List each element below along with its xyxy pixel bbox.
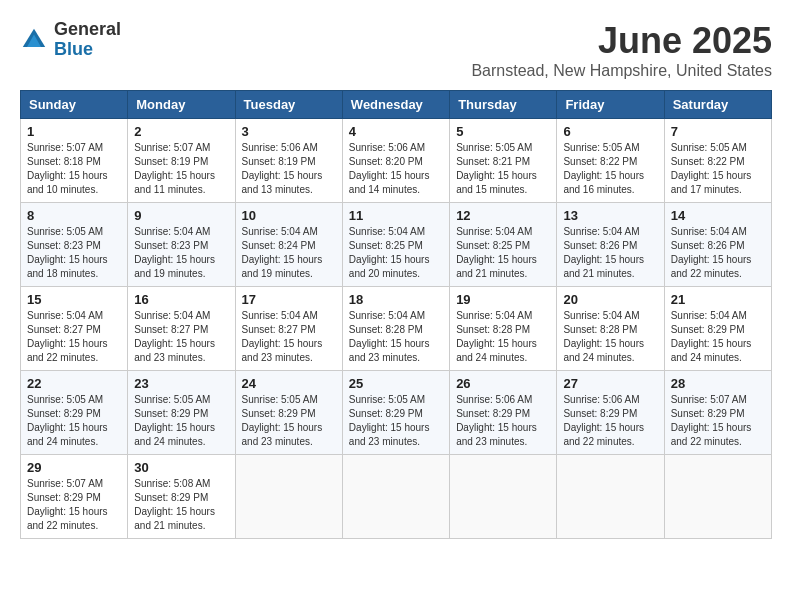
calendar-cell: 20Sunrise: 5:04 AMSunset: 8:28 PMDayligh…: [557, 287, 664, 371]
calendar-cell: 12Sunrise: 5:04 AMSunset: 8:25 PMDayligh…: [450, 203, 557, 287]
day-number: 19: [456, 292, 550, 307]
day-info: Sunrise: 5:05 AMSunset: 8:29 PMDaylight:…: [134, 393, 228, 449]
day-number: 6: [563, 124, 657, 139]
day-number: 15: [27, 292, 121, 307]
title-area: June 2025 Barnstead, New Hampshire, Unit…: [471, 20, 772, 80]
day-number: 13: [563, 208, 657, 223]
day-number: 17: [242, 292, 336, 307]
header-thursday: Thursday: [450, 91, 557, 119]
day-info: Sunrise: 5:04 AMSunset: 8:28 PMDaylight:…: [563, 309, 657, 365]
day-info: Sunrise: 5:04 AMSunset: 8:26 PMDaylight:…: [563, 225, 657, 281]
day-info: Sunrise: 5:04 AMSunset: 8:26 PMDaylight:…: [671, 225, 765, 281]
day-number: 30: [134, 460, 228, 475]
header-wednesday: Wednesday: [342, 91, 449, 119]
calendar-cell: [235, 455, 342, 539]
day-info: Sunrise: 5:04 AMSunset: 8:28 PMDaylight:…: [456, 309, 550, 365]
day-info: Sunrise: 5:04 AMSunset: 8:25 PMDaylight:…: [349, 225, 443, 281]
day-info: Sunrise: 5:07 AMSunset: 8:19 PMDaylight:…: [134, 141, 228, 197]
calendar-week-row: 29Sunrise: 5:07 AMSunset: 8:29 PMDayligh…: [21, 455, 772, 539]
calendar-cell: 5Sunrise: 5:05 AMSunset: 8:21 PMDaylight…: [450, 119, 557, 203]
day-info: Sunrise: 5:05 AMSunset: 8:29 PMDaylight:…: [27, 393, 121, 449]
calendar-header-row: SundayMondayTuesdayWednesdayThursdayFrid…: [21, 91, 772, 119]
day-info: Sunrise: 5:06 AMSunset: 8:29 PMDaylight:…: [563, 393, 657, 449]
day-info: Sunrise: 5:06 AMSunset: 8:29 PMDaylight:…: [456, 393, 550, 449]
logo-icon: [20, 26, 48, 54]
calendar-cell: 17Sunrise: 5:04 AMSunset: 8:27 PMDayligh…: [235, 287, 342, 371]
day-number: 12: [456, 208, 550, 223]
calendar-cell: 19Sunrise: 5:04 AMSunset: 8:28 PMDayligh…: [450, 287, 557, 371]
day-number: 14: [671, 208, 765, 223]
logo-text: General Blue: [54, 20, 121, 60]
day-number: 27: [563, 376, 657, 391]
day-number: 11: [349, 208, 443, 223]
calendar-cell: 10Sunrise: 5:04 AMSunset: 8:24 PMDayligh…: [235, 203, 342, 287]
header-monday: Monday: [128, 91, 235, 119]
calendar-cell: 27Sunrise: 5:06 AMSunset: 8:29 PMDayligh…: [557, 371, 664, 455]
calendar-cell: 6Sunrise: 5:05 AMSunset: 8:22 PMDaylight…: [557, 119, 664, 203]
day-info: Sunrise: 5:04 AMSunset: 8:25 PMDaylight:…: [456, 225, 550, 281]
calendar-cell: 25Sunrise: 5:05 AMSunset: 8:29 PMDayligh…: [342, 371, 449, 455]
day-info: Sunrise: 5:04 AMSunset: 8:23 PMDaylight:…: [134, 225, 228, 281]
calendar-cell: 4Sunrise: 5:06 AMSunset: 8:20 PMDaylight…: [342, 119, 449, 203]
day-number: 7: [671, 124, 765, 139]
calendar-cell: [342, 455, 449, 539]
day-info: Sunrise: 5:04 AMSunset: 8:27 PMDaylight:…: [242, 309, 336, 365]
calendar-cell: 15Sunrise: 5:04 AMSunset: 8:27 PMDayligh…: [21, 287, 128, 371]
day-number: 26: [456, 376, 550, 391]
day-number: 8: [27, 208, 121, 223]
day-number: 5: [456, 124, 550, 139]
logo-general: General: [54, 20, 121, 40]
day-number: 24: [242, 376, 336, 391]
calendar-cell: [450, 455, 557, 539]
day-info: Sunrise: 5:07 AMSunset: 8:18 PMDaylight:…: [27, 141, 121, 197]
calendar-cell: 14Sunrise: 5:04 AMSunset: 8:26 PMDayligh…: [664, 203, 771, 287]
calendar-cell: 26Sunrise: 5:06 AMSunset: 8:29 PMDayligh…: [450, 371, 557, 455]
day-info: Sunrise: 5:05 AMSunset: 8:29 PMDaylight:…: [242, 393, 336, 449]
calendar-cell: 9Sunrise: 5:04 AMSunset: 8:23 PMDaylight…: [128, 203, 235, 287]
header-friday: Friday: [557, 91, 664, 119]
calendar-week-row: 1Sunrise: 5:07 AMSunset: 8:18 PMDaylight…: [21, 119, 772, 203]
day-number: 20: [563, 292, 657, 307]
day-number: 18: [349, 292, 443, 307]
calendar-cell: 21Sunrise: 5:04 AMSunset: 8:29 PMDayligh…: [664, 287, 771, 371]
day-info: Sunrise: 5:05 AMSunset: 8:23 PMDaylight:…: [27, 225, 121, 281]
day-info: Sunrise: 5:05 AMSunset: 8:22 PMDaylight:…: [671, 141, 765, 197]
header-tuesday: Tuesday: [235, 91, 342, 119]
day-number: 16: [134, 292, 228, 307]
calendar-cell: 29Sunrise: 5:07 AMSunset: 8:29 PMDayligh…: [21, 455, 128, 539]
day-number: 28: [671, 376, 765, 391]
logo-blue: Blue: [54, 40, 121, 60]
calendar-cell: 22Sunrise: 5:05 AMSunset: 8:29 PMDayligh…: [21, 371, 128, 455]
logo: General Blue: [20, 20, 121, 60]
day-info: Sunrise: 5:04 AMSunset: 8:27 PMDaylight:…: [134, 309, 228, 365]
page-header: General Blue June 2025 Barnstead, New Ha…: [20, 20, 772, 80]
day-info: Sunrise: 5:05 AMSunset: 8:21 PMDaylight:…: [456, 141, 550, 197]
day-info: Sunrise: 5:06 AMSunset: 8:19 PMDaylight:…: [242, 141, 336, 197]
calendar-cell: 30Sunrise: 5:08 AMSunset: 8:29 PMDayligh…: [128, 455, 235, 539]
calendar-cell: 24Sunrise: 5:05 AMSunset: 8:29 PMDayligh…: [235, 371, 342, 455]
day-number: 9: [134, 208, 228, 223]
calendar-cell: [664, 455, 771, 539]
header-sunday: Sunday: [21, 91, 128, 119]
calendar-week-row: 22Sunrise: 5:05 AMSunset: 8:29 PMDayligh…: [21, 371, 772, 455]
day-number: 3: [242, 124, 336, 139]
calendar-cell: [557, 455, 664, 539]
month-title: June 2025: [471, 20, 772, 62]
calendar-cell: 23Sunrise: 5:05 AMSunset: 8:29 PMDayligh…: [128, 371, 235, 455]
day-number: 23: [134, 376, 228, 391]
calendar-cell: 3Sunrise: 5:06 AMSunset: 8:19 PMDaylight…: [235, 119, 342, 203]
day-number: 25: [349, 376, 443, 391]
day-number: 10: [242, 208, 336, 223]
calendar-week-row: 15Sunrise: 5:04 AMSunset: 8:27 PMDayligh…: [21, 287, 772, 371]
calendar-cell: 8Sunrise: 5:05 AMSunset: 8:23 PMDaylight…: [21, 203, 128, 287]
day-number: 22: [27, 376, 121, 391]
day-info: Sunrise: 5:07 AMSunset: 8:29 PMDaylight:…: [27, 477, 121, 533]
calendar-cell: 7Sunrise: 5:05 AMSunset: 8:22 PMDaylight…: [664, 119, 771, 203]
day-number: 4: [349, 124, 443, 139]
calendar-cell: 11Sunrise: 5:04 AMSunset: 8:25 PMDayligh…: [342, 203, 449, 287]
calendar-cell: 16Sunrise: 5:04 AMSunset: 8:27 PMDayligh…: [128, 287, 235, 371]
calendar-cell: 13Sunrise: 5:04 AMSunset: 8:26 PMDayligh…: [557, 203, 664, 287]
calendar-table: SundayMondayTuesdayWednesdayThursdayFrid…: [20, 90, 772, 539]
calendar-cell: 1Sunrise: 5:07 AMSunset: 8:18 PMDaylight…: [21, 119, 128, 203]
day-info: Sunrise: 5:04 AMSunset: 8:24 PMDaylight:…: [242, 225, 336, 281]
